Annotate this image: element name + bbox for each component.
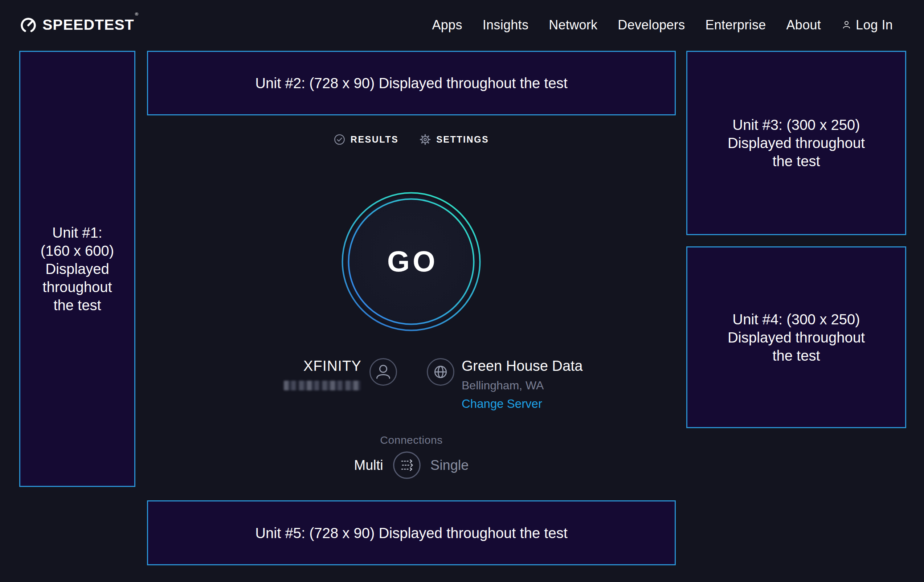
isp-name: XFINITY (232, 358, 361, 374)
connections-label: Connections (147, 434, 676, 446)
speedometer-gauge-icon (19, 16, 37, 34)
ad-text: (160 x 600) (41, 242, 114, 260)
go-label: GO (342, 192, 481, 331)
ad-text: Unit #5: (728 x 90) Displayed throughout… (255, 524, 568, 542)
nav-item-network[interactable]: Network (549, 17, 597, 33)
ad-unit-1: Unit #1: (160 x 600) Displayed throughou… (19, 51, 135, 487)
connections-multi-label: Multi (354, 458, 383, 473)
ad-text: the test (772, 152, 820, 170)
ad-text: the test (772, 346, 820, 364)
change-server-link[interactable]: Change Server (462, 397, 542, 411)
ad-text: Unit #4: (300 x 250) (733, 310, 860, 328)
speedtest-logo[interactable]: SPEEDTEST® (19, 0, 138, 50)
gear-icon (419, 134, 431, 145)
login-label: Log In (856, 17, 893, 33)
isp-redacted-text (284, 381, 361, 391)
ad-text: Unit #2: (728 x 90) Displayed throughout… (255, 74, 568, 92)
tab-settings-label: SETTINGS (436, 134, 489, 145)
nav-item-insights[interactable]: Insights (483, 17, 528, 33)
main-nav: Apps Insights Network Developers Enterpr… (432, 0, 893, 50)
ad-unit-4: Unit #4: (300 x 250) Displayed throughou… (686, 246, 906, 428)
tab-settings[interactable]: SETTINGS (419, 134, 489, 145)
speedtest-page: SPEEDTEST® Apps Insights Network Develop… (0, 0, 924, 582)
login-button[interactable]: Log In (841, 17, 893, 33)
isp-user-circle-icon (369, 358, 398, 387)
check-circle-icon (334, 134, 345, 145)
ad-unit-3: Unit #3: (300 x 250) Displayed throughou… (686, 51, 906, 235)
view-tabs: RESULTS (147, 131, 676, 147)
nav-item-enterprise[interactable]: Enterprise (705, 17, 766, 33)
server-globe-circle-icon (426, 358, 455, 387)
nav-item-about[interactable]: About (787, 17, 821, 33)
ad-text: the test (53, 296, 101, 314)
connections-single-label: Single (431, 458, 469, 473)
ad-text: Unit #3: (300 x 250) (733, 116, 860, 134)
ad-unit-2: Unit #2: (728 x 90) Displayed throughout… (147, 51, 676, 115)
nav-item-apps[interactable]: Apps (432, 17, 462, 33)
ad-text: throughout (43, 278, 112, 296)
ad-unit-5: Unit #5: (728 x 90) Displayed throughout… (147, 500, 676, 565)
ad-text: Displayed throughout (728, 328, 865, 346)
go-button[interactable]: GO (342, 192, 481, 331)
connections-toggle-row: Multi Single (147, 450, 676, 480)
ad-text: Displayed (45, 260, 109, 278)
logo-wordmark: SPEEDTEST® (43, 16, 138, 33)
user-icon (841, 20, 852, 30)
ad-text: Displayed throughout (728, 134, 865, 152)
tab-results-label: RESULTS (351, 134, 398, 145)
server-location: Bellingham, WA (462, 379, 544, 392)
trademark-symbol: ® (135, 11, 139, 17)
ad-text: Unit #1: (52, 224, 102, 242)
server-name: Green House Data (462, 358, 583, 374)
nav-item-developers[interactable]: Developers (618, 17, 685, 33)
dashed-arrows-icon (393, 451, 421, 479)
tab-results[interactable]: RESULTS (334, 134, 398, 145)
top-nav-bar: SPEEDTEST® Apps Insights Network Develop… (0, 0, 924, 50)
connections-toggle-button[interactable] (393, 451, 421, 479)
